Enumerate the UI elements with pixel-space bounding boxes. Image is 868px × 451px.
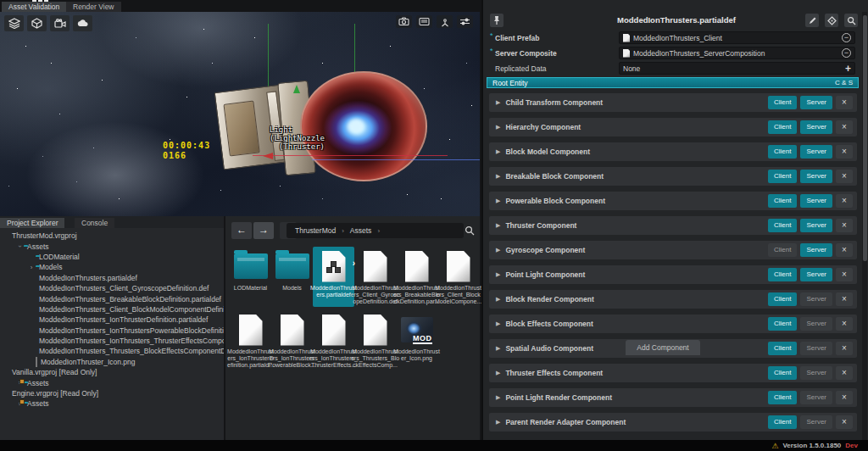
asset-tile[interactable]: ModdedIonThrust ers_Client_Gyrosc opeDef… <box>354 247 396 307</box>
expander-triangle-icon[interactable]: ▶ <box>496 124 500 131</box>
tree-item[interactable]: ModdedIonThrusters_IonThrusters_Thruster… <box>0 336 224 346</box>
back-button[interactable]: ← <box>231 222 252 239</box>
server-badge[interactable]: Server <box>800 194 832 208</box>
remove-component-button[interactable]: × <box>836 415 853 429</box>
server-badge[interactable]: Server <box>800 243 832 257</box>
display-icon[interactable] <box>416 15 432 28</box>
server-badge[interactable]: Server <box>800 415 832 429</box>
expander-triangle-icon[interactable]: ▶ <box>496 271 500 278</box>
component-row[interactable]: ▶Thruster Effects ComponentClientServer× <box>489 364 857 382</box>
server-badge[interactable]: Server <box>800 268 832 281</box>
remove-component-button[interactable]: × <box>836 366 853 380</box>
asset-tile[interactable]: ModdedIonThrust ers_IonThrusterD efiniti… <box>230 310 271 370</box>
asset-tile[interactable]: ModdedIonThrust ers_IonThrusters_ Thrust… <box>313 310 354 370</box>
breadcrumb-item[interactable]: Assets <box>350 226 372 235</box>
sliders-icon[interactable] <box>457 15 473 28</box>
cloud-icon[interactable] <box>73 15 92 31</box>
expander-triangle-icon[interactable]: ▶ <box>496 419 500 426</box>
asset-tile[interactable]: ModdedIonThrust ers_BreakableBlo ckDefin… <box>396 247 437 307</box>
component-row[interactable]: ▶Point Light ComponentClientServer× <box>489 265 857 284</box>
tree-item[interactable]: ModdedIonThrusters_BreakableBlockDefinit… <box>0 293 224 303</box>
add-component-button[interactable]: Add Component <box>626 340 700 355</box>
component-row[interactable]: ▶Thruster ComponentClientServer× <box>489 216 857 235</box>
vertical-scrollbar[interactable] <box>862 12 867 440</box>
gizmo-icon[interactable] <box>437 15 453 28</box>
expander-triangle-icon[interactable]: ▶ <box>496 99 500 106</box>
breadcrumb-item[interactable]: ThrusterMod <box>295 226 336 235</box>
expander-triangle-icon[interactable]: ▶ <box>496 173 500 180</box>
remove-component-button[interactable]: × <box>836 219 853 232</box>
remove-component-button[interactable]: × <box>836 342 853 355</box>
server-badge[interactable]: Server <box>800 219 832 232</box>
asset-tile[interactable]: MODModdedIonThrust er_Icon.png <box>396 310 437 370</box>
tree-item[interactable]: Vanilla.vrgproj [Read Only] <box>0 367 224 377</box>
client-badge[interactable]: Client <box>768 366 797 380</box>
client-badge[interactable]: Client <box>768 219 797 232</box>
field-value-box[interactable]: ModdedIonThrusters_ServerComposition− <box>619 47 855 59</box>
expander-triangle-icon[interactable]: ▶ <box>496 394 500 401</box>
asset-tile[interactable]: ModdedIonThrust ers_Thrusters_Blo ckEffe… <box>354 310 396 370</box>
client-badge[interactable]: Client <box>768 292 797 306</box>
component-row[interactable]: ▶Block Model ComponentClientServer× <box>489 142 857 161</box>
add-icon[interactable]: + <box>845 63 851 75</box>
expander-triangle-icon[interactable]: ▶ <box>496 148 500 155</box>
server-badge[interactable]: Server <box>800 317 832 331</box>
search-icon[interactable] <box>463 224 476 237</box>
tree-item[interactable]: ThrusterMod.vrgproj <box>0 231 224 241</box>
remove-component-button[interactable]: × <box>836 120 853 134</box>
server-badge[interactable]: Server <box>800 292 832 306</box>
remove-icon[interactable]: − <box>842 48 851 58</box>
client-badge[interactable]: Client <box>768 145 797 159</box>
edit-icon[interactable] <box>805 14 819 27</box>
capture-icon[interactable] <box>396 15 412 28</box>
gizmo-arrow-left-icon[interactable] <box>263 153 273 159</box>
remove-icon[interactable]: − <box>842 33 851 42</box>
tree-item[interactable]: ›Assets <box>0 241 224 251</box>
expander-triangle-icon[interactable]: ▶ <box>496 222 500 229</box>
asset-tile[interactable]: ModdedIonThrust ers_Client_Block ModelCo… <box>437 247 479 307</box>
component-row[interactable]: ▶Parent Render Adapter ComponentClientSe… <box>489 413 857 432</box>
expander-triangle-icon[interactable]: ▶ <box>496 345 500 352</box>
server-badge[interactable]: Server <box>800 145 832 159</box>
server-badge[interactable]: Server <box>800 120 832 134</box>
tab-console[interactable]: Console <box>75 218 114 228</box>
tab-asset-validation[interactable]: Asset Validation <box>2 2 66 12</box>
field-value-box[interactable]: None+ <box>619 62 855 75</box>
tree-item[interactable]: ModdedIonThrusters_Client_BlockModelComp… <box>0 304 224 315</box>
field-value-box[interactable]: ModdedIonThrusters_Client− <box>619 31 855 44</box>
remove-component-button[interactable]: × <box>836 268 853 281</box>
forward-button[interactable]: → <box>253 222 274 239</box>
gizmo-arrow-up-icon[interactable] <box>293 85 300 93</box>
expander-icon[interactable]: › <box>16 242 24 251</box>
client-badge[interactable]: Client <box>768 194 797 208</box>
server-badge[interactable]: Server <box>800 391 832 404</box>
tree-item[interactable]: ModdedIonThruster_Icon.png <box>0 357 224 367</box>
client-badge[interactable]: Client <box>768 120 797 134</box>
tree-item[interactable]: ›Models <box>0 262 224 272</box>
client-badge[interactable]: Client <box>768 96 797 109</box>
remove-component-button[interactable]: × <box>836 145 853 159</box>
tree-item[interactable]: ModdedIonThrusters_Thrusters_BlockEffect… <box>0 346 224 356</box>
server-badge[interactable]: Server <box>800 170 832 183</box>
expander-triangle-icon[interactable]: ▶ <box>496 247 500 253</box>
client-badge[interactable]: Client <box>768 268 797 281</box>
tree-item[interactable]: ModdedIonThrusters_Client_GyroscopeDefin… <box>0 283 224 293</box>
root-entity-header[interactable]: Root Entity C & S <box>487 77 859 88</box>
component-row[interactable]: ▶Gyroscope ComponentClientServer× <box>489 241 857 259</box>
expander-triangle-icon[interactable]: ▶ <box>496 370 500 376</box>
tab-render-view[interactable]: Render View <box>66 2 121 12</box>
expander-icon[interactable]: › <box>27 264 36 271</box>
scrollbar-thumb[interactable] <box>863 15 867 261</box>
breadcrumb[interactable]: ThrusterMod›Assets› <box>287 223 464 238</box>
component-row[interactable]: ▶Block Effects ComponentClientServer× <box>489 315 857 333</box>
client-badge[interactable]: Client <box>768 391 797 404</box>
client-badge[interactable]: Client <box>768 170 797 183</box>
remove-component-button[interactable]: × <box>836 317 853 331</box>
layers-icon[interactable] <box>4 15 24 31</box>
remove-component-button[interactable]: × <box>836 194 853 208</box>
component-row[interactable]: ▶Child Transform ComponentClientServer× <box>489 93 857 112</box>
remove-component-button[interactable]: × <box>836 96 853 109</box>
focus-icon[interactable] <box>825 14 838 27</box>
asset-tile[interactable]: ModdedIonThrust ers_IonThrusters Powerab… <box>271 310 313 370</box>
client-badge[interactable]: Client <box>768 415 797 429</box>
